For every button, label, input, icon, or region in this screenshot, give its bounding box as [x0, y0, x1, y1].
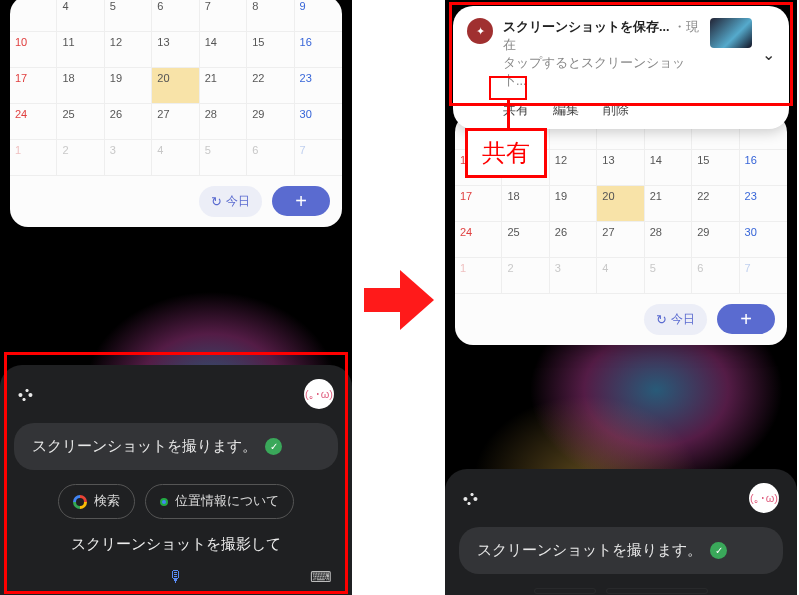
assistant-panel: •••• (｡･ω) スクリーンショットを撮ります。 ✓	[445, 469, 797, 595]
chevron-down-icon[interactable]: ⌄	[762, 45, 775, 64]
delete-action[interactable]: 削除	[603, 101, 629, 119]
calendar-day[interactable]: 7	[295, 140, 342, 176]
calendar-widget[interactable]: 4567891011121314151617181920212223242526…	[10, 0, 342, 227]
calendar-day[interactable]: 29	[692, 222, 739, 258]
calendar-day[interactable]: 12	[550, 150, 597, 186]
calendar-day[interactable]: 11	[57, 32, 104, 68]
notification-actions: 共有 編集 削除	[503, 101, 775, 119]
today-button[interactable]: 今日	[644, 304, 707, 335]
share-callout: 共有	[465, 128, 547, 178]
google-icon	[73, 495, 87, 509]
calendar-day[interactable]: 5	[645, 258, 692, 294]
photos-app-icon: ✦	[467, 18, 493, 44]
calendar-day[interactable]: 27	[152, 104, 199, 140]
calendar-day[interactable]: 24	[455, 222, 502, 258]
assistant-response-bubble: スクリーンショットを撮ります。 ✓	[459, 527, 783, 574]
calendar-day[interactable]: 1	[10, 140, 57, 176]
calendar-day[interactable]: 23	[295, 68, 342, 104]
calendar-day[interactable]: 15	[247, 32, 294, 68]
calendar-day[interactable]: 6	[692, 258, 739, 294]
avatar[interactable]: (｡･ω)	[304, 379, 334, 409]
calendar-day[interactable]: 19	[550, 186, 597, 222]
calendar-day[interactable]: 25	[57, 104, 104, 140]
assistant-response-text: スクリーンショットを撮ります。	[32, 437, 257, 456]
calendar-day[interactable]: 13	[152, 32, 199, 68]
assistant-logo-icon: ••••	[18, 383, 32, 405]
calendar-day[interactable]: 5	[200, 140, 247, 176]
calendar-day[interactable]: 2	[57, 140, 104, 176]
keyboard-icon[interactable]: ⌨	[310, 568, 332, 586]
user-query: スクリーンショットを撮影して	[14, 535, 338, 554]
phone-right: 4567891011121314151617181920212223242526…	[445, 0, 797, 595]
location-icon	[160, 498, 168, 506]
calendar-grid: 4567891011121314151617181920212223242526…	[10, 0, 342, 176]
calendar-day[interactable]: 16	[740, 150, 787, 186]
suggestion-chips: 検索 位置情報について	[14, 484, 338, 519]
calendar-day[interactable]: 4	[57, 0, 104, 32]
mic-icon[interactable]: 🎙	[168, 568, 184, 586]
calendar-day[interactable]: 18	[57, 68, 104, 104]
calendar-day[interactable]: 10	[10, 32, 57, 68]
check-icon: ✓	[265, 438, 282, 455]
calendar-day[interactable]: 26	[105, 104, 152, 140]
add-event-button[interactable]: +	[717, 304, 775, 334]
calendar-day[interactable]: 21	[645, 186, 692, 222]
calendar-day[interactable]: 4	[152, 140, 199, 176]
calendar-day[interactable]: 29	[247, 104, 294, 140]
calendar-day[interactable]: 5	[105, 0, 152, 32]
calendar-day[interactable]: 14	[200, 32, 247, 68]
calendar-day[interactable]: 17	[455, 186, 502, 222]
calendar-day[interactable]: 26	[550, 222, 597, 258]
assistant-response-text: スクリーンショットを撮ります。	[477, 541, 702, 560]
calendar-footer: 今日 +	[10, 176, 342, 217]
calendar-day[interactable]: 14	[645, 150, 692, 186]
calendar-day[interactable]: 15	[692, 150, 739, 186]
calendar-day[interactable]: 18	[502, 186, 549, 222]
screenshot-notification[interactable]: ✦ スクリーンショットを保存... ・現在 タップするとスクリーンショッ卜...…	[453, 6, 789, 129]
assistant-response-bubble: スクリーンショットを撮ります。 ✓	[14, 423, 338, 470]
arrow-right-icon	[364, 270, 434, 330]
calendar-day[interactable]: 16	[295, 32, 342, 68]
calendar-day[interactable]: 28	[645, 222, 692, 258]
phone-left: 4567891011121314151617181920212223242526…	[0, 0, 352, 595]
calendar-day[interactable]: 3	[550, 258, 597, 294]
screenshot-thumbnail[interactable]	[710, 18, 752, 48]
check-icon: ✓	[710, 542, 727, 559]
calendar-day[interactable]: 17	[10, 68, 57, 104]
calendar-day[interactable]: 12	[105, 32, 152, 68]
calendar-day[interactable]: 6	[247, 140, 294, 176]
calendar-day[interactable]: 7	[200, 0, 247, 32]
calendar-day[interactable]: 13	[597, 150, 644, 186]
calendar-day[interactable]: 19	[105, 68, 152, 104]
calendar-day[interactable]: 27	[597, 222, 644, 258]
calendar-day[interactable]: 8	[247, 0, 294, 32]
calendar-day[interactable]: 25	[502, 222, 549, 258]
add-event-button[interactable]: +	[272, 186, 330, 216]
calendar-day[interactable]: 23	[740, 186, 787, 222]
search-chip[interactable]: 検索	[58, 484, 135, 519]
calendar-day[interactable]: 22	[247, 68, 294, 104]
calendar-day[interactable]: 30	[740, 222, 787, 258]
calendar-day[interactable]: 28	[200, 104, 247, 140]
calendar-day[interactable]: 20	[152, 68, 199, 104]
calendar-day[interactable]: 4	[597, 258, 644, 294]
calendar-day[interactable]: 2	[502, 258, 549, 294]
calendar-day[interactable]	[10, 0, 57, 32]
calendar-day[interactable]: 30	[295, 104, 342, 140]
calendar-day[interactable]: 7	[740, 258, 787, 294]
calendar-footer: 今日 +	[455, 294, 787, 335]
today-button[interactable]: 今日	[199, 186, 262, 217]
edit-action[interactable]: 編集	[553, 101, 579, 119]
location-chip[interactable]: 位置情報について	[145, 484, 294, 519]
calendar-day[interactable]: 20	[597, 186, 644, 222]
calendar-day[interactable]: 9	[295, 0, 342, 32]
calendar-day[interactable]: 21	[200, 68, 247, 104]
calendar-day[interactable]: 3	[105, 140, 152, 176]
calendar-day[interactable]: 22	[692, 186, 739, 222]
calendar-day[interactable]: 6	[152, 0, 199, 32]
assistant-panel: •••• (｡･ω) スクリーンショットを撮ります。 ✓ 検索 位置情報について…	[0, 365, 352, 595]
avatar[interactable]: (｡･ω)	[749, 483, 779, 513]
notification-text: スクリーンショットを保存... ・現在 タップするとスクリーンショッ卜...	[503, 18, 700, 91]
calendar-day[interactable]: 1	[455, 258, 502, 294]
calendar-day[interactable]: 24	[10, 104, 57, 140]
